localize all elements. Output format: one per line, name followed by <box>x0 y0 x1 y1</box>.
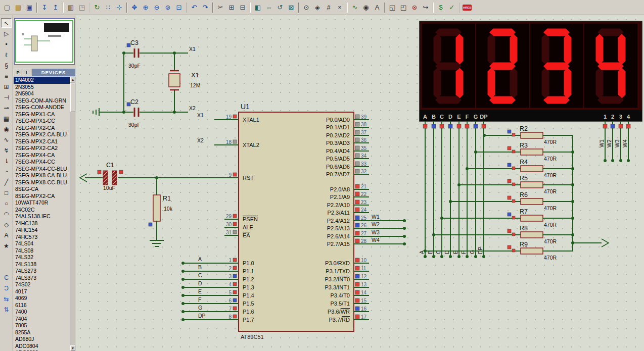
device-item[interactable]: 7SEG-COM-AN-GRN <box>14 97 70 105</box>
device-item[interactable]: 74HC154 <box>14 227 70 234</box>
resistor-r7[interactable] <box>521 215 543 221</box>
subcircuit-mode-icon[interactable]: ⊞ <box>1 82 12 91</box>
device-item[interactable]: ADC0804 <box>14 343 70 350</box>
generator-mode-icon[interactable]: ∿ <box>1 135 12 144</box>
device-item[interactable]: 7SEG-MPX4-CC <box>14 159 70 166</box>
mirror-y-icon[interactable]: ⇅ <box>1 305 12 314</box>
mirror-x-icon[interactable]: ⇆ <box>1 294 12 304</box>
zoom-area-icon[interactable]: ⊡ <box>173 2 185 13</box>
make-device-icon[interactable]: ◈ <box>312 2 323 13</box>
packaging-icon[interactable]: # <box>323 2 334 13</box>
zoom-in-icon[interactable]: ⊕ <box>140 2 151 13</box>
overview-minimap[interactable] <box>14 18 75 65</box>
zoom-all-icon[interactable]: ⊚ <box>162 2 173 13</box>
save-icon[interactable]: ▣ <box>24 2 35 13</box>
device-item[interactable]: 74LS32 <box>14 254 70 261</box>
device-item[interactable]: 7SEG-MPX8-CA-BLU <box>14 172 70 179</box>
open-folder-icon[interactable]: ▤ <box>13 2 24 13</box>
device-item[interactable]: 74HC138 <box>14 220 70 227</box>
zoom-out-icon[interactable]: ⊖ <box>151 2 162 13</box>
new-sheet-icon[interactable]: ◰ <box>398 2 409 13</box>
device-item[interactable]: 6116 <box>14 302 70 309</box>
device-item[interactable]: 10WATT470R <box>14 199 70 207</box>
remove-sheet-icon[interactable]: ⊗ <box>409 2 420 13</box>
device-item[interactable]: 74ALS138.IEC <box>14 213 70 220</box>
tape-recorder-mode-icon[interactable]: ◉ <box>1 124 12 134</box>
device-item[interactable]: 7SEG-COM-ANODE <box>14 104 70 111</box>
device-item[interactable]: 4017 <box>14 288 70 295</box>
resistor-r2[interactable] <box>521 132 543 138</box>
terminal-mode-icon[interactable]: ⊣ <box>1 92 12 102</box>
pick-devices-button[interactable]: P <box>14 69 22 76</box>
erc-check-icon[interactable]: ✓ <box>446 2 457 13</box>
paste-icon[interactable]: ⊟ <box>237 2 248 13</box>
device-item[interactable]: 74LS08 <box>14 247 70 255</box>
device-item[interactable]: 7SEG-MPX4-CC-BLU <box>14 166 70 173</box>
device-item[interactable]: 7400 <box>14 309 70 316</box>
capacitor-c1[interactable] <box>103 171 108 185</box>
device-item[interactable]: 74HC573 <box>14 234 70 241</box>
block-delete-icon[interactable]: ⊠ <box>286 2 297 13</box>
search-tag-icon[interactable]: ◉ <box>360 2 372 13</box>
block-copy-icon[interactable]: ◧ <box>252 2 263 13</box>
rotate-cw-icon[interactable]: C <box>1 273 12 282</box>
output-terminal-arrow[interactable] <box>602 239 609 247</box>
scroll-down-icon[interactable]: ▼ <box>70 345 75 351</box>
line-2d-icon[interactable]: ╱ <box>1 177 12 187</box>
device-item[interactable]: 7SEG-MPX4-CA <box>14 152 70 159</box>
box-2d-icon[interactable]: □ <box>1 188 12 197</box>
scroll-up-icon[interactable]: ▲ <box>70 77 75 82</box>
cut-icon[interactable]: ✂ <box>215 2 226 13</box>
undo-icon[interactable]: ↶ <box>189 2 200 13</box>
block-move-icon[interactable]: ⇔ <box>263 2 274 13</box>
device-item[interactable]: 7SEG-MPX8-CC-BLU <box>14 179 70 186</box>
device-item[interactable]: 4069 <box>14 295 70 302</box>
current-probe-mode-icon[interactable]: ⇂ <box>1 156 12 166</box>
redraw-icon[interactable]: ↻ <box>91 2 103 13</box>
wire-autoroute-icon[interactable]: ∿ <box>349 2 360 13</box>
decompose-icon[interactable]: × <box>334 2 345 13</box>
device-item[interactable]: 7SEG-MPX1-CA <box>14 111 70 118</box>
export-icon[interactable]: ↥ <box>50 2 61 13</box>
device-item[interactable]: 8255A <box>14 329 70 336</box>
rotate-ccw-icon[interactable]: Ɔ <box>1 283 12 293</box>
resistor-r3[interactable] <box>521 149 543 155</box>
bill-of-materials-icon[interactable]: $ <box>435 2 446 13</box>
device-item[interactable]: 7SEG-MPX2-CA1 <box>14 138 70 145</box>
scroll-thumb[interactable] <box>70 83 75 112</box>
copy-icon[interactable]: ⊞ <box>226 2 237 13</box>
path-2d-icon[interactable]: ◇ <box>1 220 12 229</box>
property-assign-icon[interactable]: A <box>372 2 383 13</box>
device-item[interactable]: 7SEG-MPX2-CA2 <box>14 145 70 152</box>
device-item[interactable]: 2N3055 <box>14 84 70 91</box>
print-icon[interactable]: ▥ <box>65 2 76 13</box>
text-script-mode-icon[interactable]: § <box>1 61 12 70</box>
import-icon[interactable]: ↧ <box>39 2 50 13</box>
pan-icon[interactable]: ✥ <box>129 2 140 13</box>
pick-device-icon[interactable]: ⊙ <box>301 2 312 13</box>
graph-mode-icon[interactable]: ▦ <box>1 114 12 123</box>
resistor-r4[interactable] <box>521 166 543 172</box>
text-2d-icon[interactable]: A <box>1 230 12 240</box>
block-rotate-icon[interactable]: ↺ <box>274 2 286 13</box>
device-item[interactable]: 74LS138 <box>14 261 70 268</box>
library-button[interactable]: L <box>23 69 31 76</box>
mark-area-icon[interactable]: ◳ <box>76 2 87 13</box>
bus-mode-icon[interactable]: ≡ <box>1 71 12 81</box>
device-item[interactable]: 7404 <box>14 316 70 323</box>
device-item[interactable]: 24C02C <box>14 207 70 214</box>
resistor-r9[interactable] <box>521 248 543 254</box>
device-item[interactable]: 7SEG-MPX1-CC <box>14 118 70 125</box>
redo-icon[interactable]: ↷ <box>200 2 211 13</box>
goto-sheet-icon[interactable]: ↪ <box>420 2 431 13</box>
origin-icon[interactable]: ⊹ <box>114 2 125 13</box>
device-item[interactable]: 2N5904 <box>14 90 70 97</box>
design-explorer-icon[interactable]: ◱ <box>387 2 398 13</box>
resistor-r8[interactable] <box>521 232 543 238</box>
device-item[interactable]: 74LS273 <box>14 268 70 275</box>
arc-2d-icon[interactable]: ◠ <box>1 209 12 219</box>
new-file-icon[interactable]: ▢ <box>2 2 13 13</box>
device-item[interactable]: 7SEG-MPX2-CA-BLU <box>14 131 70 138</box>
circle-2d-icon[interactable]: ○ <box>1 198 12 208</box>
grid-icon[interactable]: ∷ <box>103 2 114 13</box>
